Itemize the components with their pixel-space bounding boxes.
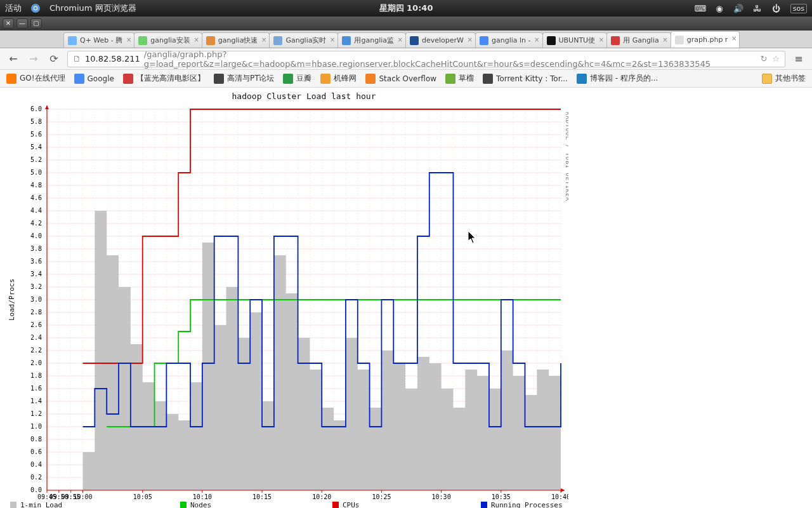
browser-tab[interactable]: ganglia快速×: [202, 32, 270, 48]
reader-icon[interactable]: ↻: [760, 54, 767, 64]
other-bookmarks-folder[interactable]: 其他书签: [762, 73, 806, 84]
browser-tab[interactable]: Ganglia实时×: [269, 32, 338, 48]
tab-close-icon[interactable]: ×: [534, 36, 539, 43]
browser-tab[interactable]: UBUNTU使×: [542, 32, 608, 48]
tab-close-icon[interactable]: ×: [599, 36, 604, 43]
tab-close-icon[interactable]: ×: [398, 36, 403, 43]
back-button[interactable]: ←: [6, 52, 20, 66]
tab-favicon-icon: [675, 36, 684, 44]
tab-label: ganglia ln -: [492, 36, 531, 44]
svg-text:0.4: 0.4: [30, 461, 42, 468]
tab-favicon-icon: [547, 36, 556, 45]
tab-close-icon[interactable]: ×: [193, 36, 199, 43]
browser-tab[interactable]: developerW×: [405, 32, 476, 48]
svg-text:Running Processes: Running Processes: [491, 501, 563, 508]
svg-text:2.0: 2.0: [30, 359, 42, 366]
bookmark-item[interactable]: GO!在线代理: [6, 73, 65, 84]
clock[interactable]: 星期四 10:40: [379, 3, 433, 14]
bookmark-item[interactable]: 博客园 - 程序员的...: [577, 73, 658, 84]
tab-close-icon[interactable]: ×: [330, 36, 335, 43]
tab-label: UBUNTU使: [559, 36, 596, 45]
svg-text:3.4: 3.4: [30, 271, 42, 277]
svg-text:1.4: 1.4: [30, 398, 42, 404]
svg-text:0.2: 0.2: [30, 474, 42, 481]
sos-indicator[interactable]: sos: [790, 4, 807, 13]
bookmarks-bar: GO!在线代理Google【蓝光高清电影区】高清与PT论坛豆瓣机锋网Stack …: [0, 70, 812, 88]
bookmark-item[interactable]: Google: [74, 74, 114, 84]
bookmark-item[interactable]: 高清与PT论坛: [214, 73, 275, 84]
browser-tab[interactable]: 用ganglia监×: [337, 32, 406, 48]
svg-text:3.8: 3.8: [30, 245, 42, 252]
window-close-button[interactable]: ✕: [3, 18, 14, 29]
browser-tab[interactable]: graph.php r×: [671, 31, 740, 48]
bookmark-item[interactable]: 机锋网: [320, 73, 357, 84]
window-controls: ✕ — ▢: [0, 17, 812, 30]
tab-favicon-icon: [68, 36, 77, 45]
chrome-menu-button[interactable]: ≡: [792, 52, 806, 66]
tab-label: Q+ Web - 腾: [80, 36, 122, 45]
bookmark-item[interactable]: 草榴: [445, 73, 474, 84]
svg-rect-140: [180, 502, 187, 508]
tab-close-icon[interactable]: ×: [731, 35, 737, 42]
svg-rect-137: [10, 502, 16, 508]
tab-label: ganglia安装: [150, 36, 190, 45]
svg-text:CPUs: CPUs: [343, 501, 360, 508]
power-icon[interactable]: ⏻: [771, 3, 782, 13]
activities-button[interactable]: 活动: [5, 3, 22, 14]
star-icon[interactable]: ☆: [772, 54, 780, 64]
bookmark-item[interactable]: Torrent Kitty : Tor...: [483, 74, 568, 84]
bookmark-favicon-icon: [320, 74, 331, 84]
bookmark-item[interactable]: Stack Overflow: [365, 74, 436, 84]
bookmark-favicon-icon: [123, 74, 133, 84]
svg-text:10:35: 10:35: [492, 493, 511, 500]
tab-favicon-icon: [410, 36, 419, 45]
svg-text:1-min Load: 1-min Load: [20, 501, 62, 508]
bookmark-favicon-icon: [283, 74, 293, 84]
window-maximize-button[interactable]: ▢: [30, 18, 42, 29]
window-minimize-button[interactable]: —: [16, 18, 28, 29]
svg-text:1.8: 1.8: [30, 372, 42, 379]
url-path: /ganglia/graph.php?g=load_report&z=large…: [144, 50, 757, 69]
url-host: 10.82.58.211: [85, 54, 140, 64]
address-bar[interactable]: 🗋 10.82.58.211/ganglia/graph.php?g=load_…: [67, 51, 785, 67]
svg-text:1.6: 1.6: [30, 385, 42, 392]
svg-text:10:30: 10:30: [432, 493, 451, 500]
tab-favicon-icon: [138, 36, 147, 45]
site-identity-icon: 🗋: [73, 54, 81, 64]
svg-text:3.6: 3.6: [30, 258, 42, 265]
browser-tab[interactable]: 用 Ganglia×: [606, 32, 671, 48]
svg-text:10:05: 10:05: [133, 493, 152, 500]
svg-text:4.0: 4.0: [30, 232, 42, 239]
svg-text:4.8: 4.8: [30, 182, 42, 189]
volume-icon[interactable]: 🔊: [733, 3, 743, 13]
svg-text:5.8: 5.8: [30, 118, 42, 125]
tab-label: Ganglia实时: [285, 36, 326, 45]
network-icon[interactable]: 🖧: [752, 3, 763, 13]
tab-close-icon[interactable]: ×: [261, 36, 266, 43]
tab-close-icon[interactable]: ×: [662, 36, 667, 43]
bookmark-label: 高清与PT论坛: [227, 73, 275, 84]
bookmark-favicon-icon: [483, 74, 493, 84]
browser-tab[interactable]: ganglia安装×: [134, 32, 202, 48]
svg-text:2.6: 2.6: [30, 321, 42, 328]
tab-close-icon[interactable]: ×: [468, 36, 473, 43]
keyboard-icon[interactable]: ⌨: [695, 3, 705, 13]
bookmark-favicon-icon: [214, 74, 224, 84]
reload-button[interactable]: ⟳: [47, 52, 61, 66]
bookmark-label: 豆瓣: [296, 73, 311, 84]
bookmark-favicon-icon: [577, 74, 587, 84]
tab-favicon-icon: [273, 36, 282, 45]
svg-text:5.2: 5.2: [30, 156, 42, 163]
forward-button[interactable]: →: [27, 52, 41, 66]
svg-text:6.0: 6.0: [30, 105, 42, 112]
svg-text:Load/Procs: Load/Procs: [8, 279, 16, 321]
tab-label: 用ganglia监: [354, 36, 394, 45]
svg-text:10:25: 10:25: [372, 493, 391, 500]
tab-close-icon[interactable]: ×: [126, 36, 131, 43]
bookmark-item[interactable]: 【蓝光高清电影区】: [123, 73, 205, 84]
svg-rect-146: [481, 502, 487, 508]
browser-tab[interactable]: ganglia ln -×: [475, 32, 543, 48]
browser-tab[interactable]: Q+ Web - 腾×: [63, 32, 134, 48]
a11y-icon[interactable]: ◉: [714, 3, 724, 13]
bookmark-item[interactable]: 豆瓣: [283, 73, 311, 84]
